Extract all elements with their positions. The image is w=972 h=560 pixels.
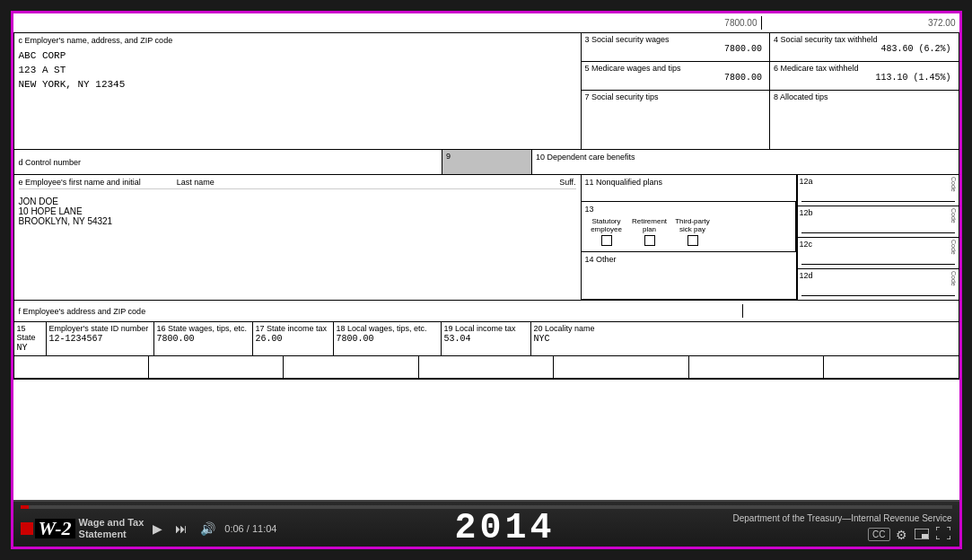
box-12a-label: 12a <box>800 177 813 186</box>
box-12a-row: 12a Code <box>798 175 959 206</box>
field-18-label: 17 State income tax <box>256 324 330 333</box>
top-partial-row: 7800.00 372.00 <box>13 13 959 33</box>
field-3-num: 3 Social security wages <box>585 35 766 44</box>
field-17-val: 7800.00 <box>157 333 250 345</box>
field-9-num: 9 <box>442 150 531 162</box>
cell-e: e Employee's first name and initial Last… <box>14 175 582 300</box>
field-13-main: 13 Statutory employee Retirement plan <box>582 202 796 251</box>
w2-badge: W-2 <box>35 519 75 538</box>
cell-19-local-tax: 19 Local income tax 53.04 <box>442 322 531 355</box>
field-17-label: 16 State wages, tips, etc. <box>157 324 250 333</box>
box-12c-line <box>801 264 955 265</box>
cell-18-local-wages: 18 Local wages, tips, etc. 7800.00 <box>334 322 442 355</box>
field-4-cell: 4 Social security tax withheld 483.60 (6… <box>770 33 959 61</box>
progress-fill <box>21 505 29 509</box>
play-button[interactable]: ▶ <box>149 520 166 538</box>
fields-7-8-row: 7 Social security tips 8 Allocated tips <box>582 91 959 149</box>
field-4-val: 483.60 (6.2%) <box>774 44 955 54</box>
field-e-header: e Employee's first name and initial Last… <box>19 178 576 189</box>
box-12d-line <box>801 295 955 296</box>
box-12d-row: 12d Code <box>798 269 959 300</box>
field-e-line3: BROOKLYN, NY 54321 <box>19 216 576 226</box>
checkbox-retirement: Retirement plan <box>632 217 668 246</box>
progress-bar[interactable] <box>21 505 952 509</box>
field-e-line2: 10 HOPE LANE <box>19 206 576 216</box>
field-15-label: 15 State <box>17 324 43 342</box>
box-12b-row: 12b Code <box>798 206 959 238</box>
field-11-num: 11 Nonqualified plans <box>585 178 663 187</box>
checkbox-retirement-box[interactable] <box>644 235 655 246</box>
field-e-line1: JON DOE <box>19 197 576 206</box>
field-5-num: 5 Medicare wages and tips <box>585 64 766 73</box>
checkboxes-13: Statutory employee Retirement plan <box>585 214 792 249</box>
form-body: c Employer's name, address, and ZIP code… <box>13 33 959 380</box>
field-20-label: 19 Local income tax <box>444 324 528 333</box>
field-10-num: 10 Dependent care benefits <box>536 153 635 162</box>
field-16-label: Employer's state ID number <box>49 324 151 333</box>
settings-button[interactable]: ⚙ <box>894 526 909 544</box>
volume-button[interactable]: 🔊 <box>197 520 219 538</box>
checkbox-thirdparty: Third-party sick pay <box>675 217 711 246</box>
row-e-wrapper: e Employee's first name and initial Last… <box>14 175 959 301</box>
row-c-wrapper: c Employer's name, address, and ZIP code… <box>14 33 959 150</box>
field-3-val: 7800.00 <box>585 44 766 54</box>
controls-bottom: W-2 Wage and Tax Statement ▶ ⏭ 🔊 0:06 / … <box>13 511 959 547</box>
field-19-label: 18 Local wages, tips, etc. <box>337 324 438 333</box>
field-f-label: f Employee's address and ZIP code <box>19 307 146 316</box>
field-c-line2: 123 A ST <box>19 63 576 77</box>
top-right-amount: 372.00 <box>928 18 956 28</box>
field-19-val: 7800.00 <box>337 333 438 345</box>
bottom-row-15-20: 15 State NY Employer's state ID number 1… <box>14 322 959 356</box>
field-7-cell: 7 Social security tips <box>582 91 771 149</box>
cell-15-state: 15 State NY <box>14 322 47 355</box>
right-section-top: 3 Social security wages 7800.00 4 Social… <box>582 33 959 149</box>
checkbox-thirdparty-box[interactable] <box>687 235 698 246</box>
box-12-section: 12a Code 12b Code 12c <box>797 175 959 300</box>
field-14-num: 14 Other <box>585 255 617 264</box>
svg-rect-1 <box>922 534 928 538</box>
field-6-cell: 6 Medicare tax withheld 113.10 (1.45%) <box>770 62 959 90</box>
row-11-12: 11 Nonqualified plans 13 <box>582 175 959 300</box>
box-12a-line <box>801 201 955 202</box>
cell-10: 10 Dependent care benefits <box>532 150 959 174</box>
form-area: 7800.00 372.00 c Employer's name, addres… <box>13 13 959 500</box>
title-line2: Statement <box>79 529 144 540</box>
field-c-line3: NEW YORK, NY 12345 <box>19 77 576 92</box>
skip-button[interactable]: ⏭ <box>171 520 191 538</box>
box-12b-line <box>801 232 955 233</box>
video-container: 7800.00 372.00 c Employer's name, addres… <box>11 11 962 549</box>
field-14-cell: 14 Other <box>582 252 796 299</box>
miniplayer-button[interactable] <box>913 526 931 544</box>
cc-button[interactable]: CC <box>868 528 889 541</box>
cell-d: d Control number <box>14 150 443 174</box>
field-20-val: 53.04 <box>444 333 528 345</box>
fullscreen-icon <box>936 527 950 539</box>
field-6-val: 113.10 (1.45%) <box>774 73 955 83</box>
right-e-section: 11 Nonqualified plans 13 <box>582 175 959 300</box>
right-info: Department of the Treasury—Internal Reve… <box>732 513 951 544</box>
box-12b-label: 12b <box>800 208 813 217</box>
field-13-cell: 13 Statutory employee Retirement plan <box>582 202 796 252</box>
fullscreen-button[interactable] <box>934 525 952 544</box>
cell-17-tax: 17 State income tax 26.00 <box>253 322 334 355</box>
time-display: 0:06 / 11:04 <box>224 523 276 534</box>
cell-20-locality: 20 Locality name NYC <box>531 322 959 355</box>
form-logo: W-2 Wage and Tax Statement <box>21 517 144 540</box>
field-5-cell: 5 Medicare wages and tips 7800.00 <box>582 62 771 90</box>
checkbox-statutory-box[interactable] <box>601 235 612 246</box>
year-display: 2014 <box>282 511 727 547</box>
field-21-label: 20 Locality name <box>534 324 956 333</box>
field-11-cell: 11 Nonqualified plans <box>582 175 796 202</box>
field-c-line1: ABC CORP <box>19 48 576 63</box>
top-left-value: 7800.00 <box>13 16 762 30</box>
box-12c-label: 12c <box>800 240 813 249</box>
field-d-label: d Control number <box>19 158 82 167</box>
field-16-val: 12-1234567 <box>49 333 151 345</box>
box-12c-row: 12c Code <box>798 238 959 269</box>
fields-3-4-row: 3 Social security wages 7800.00 4 Social… <box>582 33 959 62</box>
checkbox-statutory: Statutory employee <box>589 217 625 246</box>
video-controls: W-2 Wage and Tax Statement ▶ ⏭ 🔊 0:06 / … <box>13 500 959 547</box>
field-3-cell: 3 Social security wages 7800.00 <box>582 33 771 61</box>
field-6-num: 6 Medicare tax withheld <box>774 64 955 73</box>
field-8-num: 8 Allocated tips <box>774 92 955 101</box>
